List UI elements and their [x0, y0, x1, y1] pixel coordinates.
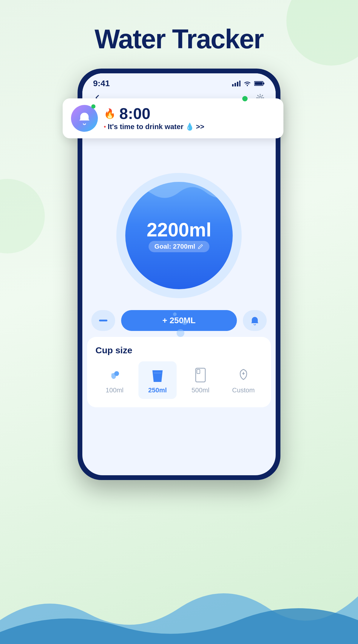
- cup-label-500ml: 500ml: [192, 386, 209, 394]
- cup-icon-100ml: [106, 366, 124, 384]
- notification-message: • It's time to drink water 💧 >>: [104, 123, 275, 131]
- svg-rect-1: [234, 83, 236, 86]
- cup-label-100ml: 100ml: [106, 386, 124, 394]
- water-amount: 2200ml: [146, 219, 211, 241]
- bell-button[interactable]: [243, 310, 267, 331]
- cup-size-100ml[interactable]: 100ml: [95, 361, 134, 399]
- cup-size-section: Cup size 100ml: [87, 337, 271, 407]
- water-wave: [125, 182, 233, 206]
- battery-icon: [254, 80, 265, 86]
- status-time: 9:41: [93, 79, 110, 88]
- svg-rect-9: [99, 320, 107, 321]
- cup-size-title: Cup size: [95, 345, 263, 355]
- cup-icon-250ml: [149, 366, 166, 384]
- svg-rect-13: [197, 369, 200, 374]
- add-water-button[interactable]: + 250ML: [121, 310, 237, 331]
- cup-size-250ml[interactable]: 250ml: [138, 361, 177, 399]
- notification-card[interactable]: 🔥 8:00 • It's time to drink water 💧 >>: [63, 98, 283, 138]
- controls-section: + 250ML: [82, 310, 276, 331]
- signal-icon: [232, 80, 240, 86]
- cup-size-custom[interactable]: Custom: [224, 361, 263, 399]
- water-circle-container: 2200ml Goal: 2700ml: [82, 173, 276, 298]
- cup-label-250ml: 250ml: [148, 386, 167, 394]
- svg-rect-7: [255, 82, 263, 85]
- cup-size-500ml[interactable]: 500ml: [181, 361, 220, 399]
- notification-content: 🔥 8:00 • It's time to drink water 💧 >>: [104, 106, 275, 131]
- phone-mockup: 🔥 8:00 • It's time to drink water 💧 >> 9…: [78, 69, 280, 480]
- water-circle: 2200ml Goal: 2700ml: [125, 182, 233, 289]
- notification-time: 🔥 8:00: [104, 106, 275, 121]
- cup-label-custom: Custom: [232, 386, 255, 394]
- bubble-2: [182, 320, 187, 325]
- water-circle-outer: 2200ml Goal: 2700ml: [116, 173, 242, 298]
- page-title: Water Tracker: [0, 0, 358, 55]
- bubble-3: [177, 329, 184, 337]
- svg-rect-2: [237, 82, 238, 86]
- notification-icon-bg: [71, 105, 98, 132]
- svg-point-4: [247, 85, 248, 86]
- bottom-wave-decoration: [0, 566, 358, 644]
- edit-icon: [197, 244, 203, 250]
- status-bar: 9:41: [82, 73, 276, 91]
- cup-sizes-grid: 100ml 250ml: [95, 361, 263, 399]
- svg-rect-3: [239, 80, 240, 86]
- status-icons: [232, 80, 265, 86]
- wifi-icon: [243, 80, 251, 86]
- svg-rect-0: [232, 84, 234, 86]
- bubble-1: [173, 312, 177, 316]
- water-goal[interactable]: Goal: 2700ml: [149, 241, 210, 252]
- svg-point-11: [114, 371, 119, 376]
- minus-button[interactable]: [91, 310, 115, 331]
- svg-rect-6: [263, 83, 264, 84]
- cup-icon-custom: [234, 366, 252, 384]
- cup-icon-500ml: [192, 366, 209, 384]
